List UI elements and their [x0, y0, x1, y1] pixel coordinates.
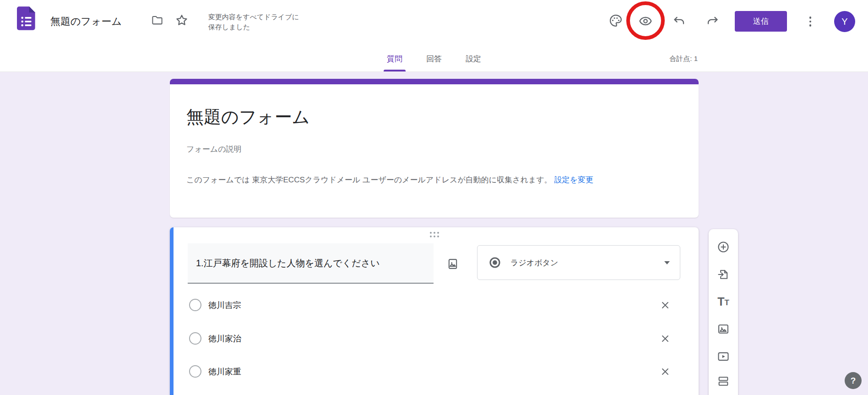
remove-option-icon[interactable] [658, 364, 673, 379]
app-header: 無題のフォーム 変更内容をすべてドライブに保存しました 送信 Y [0, 0, 868, 46]
preview-eye-icon[interactable] [639, 14, 652, 28]
option-label-input[interactable]: 徳川吉宗 [208, 300, 241, 311]
add-image-to-question-icon[interactable] [444, 255, 462, 273]
option-row: 徳川家治 [170, 326, 699, 351]
add-question-icon[interactable] [717, 241, 730, 253]
email-collection-notice: このフォームでは 東京大学ECCSクラウドメール ユーザーのメールアドレスが自動… [186, 173, 665, 187]
option-radio-icon [189, 332, 201, 345]
undo-icon[interactable] [672, 14, 686, 28]
help-icon[interactable]: ? [845, 372, 862, 389]
add-title-text-icon[interactable]: TT [717, 295, 730, 308]
dropdown-caret-icon [664, 261, 670, 264]
side-toolbar: TT [709, 229, 738, 395]
tab-bar: 質問 回答 設定 合計点: 1 [0, 46, 868, 72]
option-row: 徳川家重 [170, 359, 699, 384]
radio-button-type-icon [488, 256, 501, 269]
form-title-card: 無題のフォーム フォームの説明 このフォームでは 東京大学ECCSクラウドメール… [170, 79, 699, 218]
add-video-icon[interactable] [717, 350, 730, 363]
question-type-value: ラジオボタン [510, 258, 558, 268]
active-tab-underline [384, 70, 406, 71]
drag-handle-icon[interactable] [430, 232, 439, 237]
option-radio-icon [189, 365, 201, 378]
google-forms-logo-icon[interactable] [14, 5, 39, 31]
save-status-text[interactable]: 変更内容をすべてドライブに保存しました [208, 12, 303, 32]
form-theme-color-bar [170, 79, 699, 84]
option-label-input[interactable]: 徳川家重 [208, 366, 241, 377]
tab-questions[interactable]: 質問 [385, 46, 404, 71]
remove-option-icon[interactable] [658, 331, 673, 346]
add-image-icon[interactable] [717, 323, 730, 335]
total-points-label: 合計点: 1 [669, 55, 698, 63]
remove-option-icon[interactable] [658, 298, 673, 313]
tab-questions-label: 質問 [387, 54, 402, 64]
option-label-input[interactable]: 徳川家治 [208, 333, 241, 344]
tab-settings-label: 設定 [466, 54, 481, 64]
more-options-icon[interactable] [807, 14, 814, 29]
question-type-dropdown[interactable]: ラジオボタン [477, 245, 680, 280]
send-button[interactable]: 送信 [735, 11, 787, 32]
document-title[interactable]: 無題のフォーム [50, 15, 122, 28]
tab-responses-label: 回答 [426, 54, 442, 64]
account-avatar[interactable]: Y [834, 11, 855, 32]
theme-palette-icon[interactable] [609, 14, 623, 27]
option-row: 徳川吉宗 [170, 292, 699, 318]
change-settings-link[interactable]: 設定を変更 [554, 176, 593, 184]
question-text-input[interactable]: 1.江戸幕府を開設した人物を選んでください [188, 243, 434, 284]
star-icon[interactable] [175, 13, 189, 27]
option-radio-icon [189, 299, 201, 311]
tab-settings[interactable]: 設定 [464, 46, 483, 71]
form-title-field[interactable]: 無題のフォーム [186, 105, 310, 129]
redo-icon[interactable] [706, 14, 720, 28]
question-card: 1.江戸幕府を開設した人物を選んでください ラジオボタン 徳川吉宗 徳川家治 徳… [170, 227, 699, 395]
email-notice-text: このフォームでは 東京大学ECCSクラウドメール ユーザーのメールアドレスが自動… [186, 176, 554, 184]
form-description-field[interactable]: フォームの説明 [186, 144, 242, 154]
add-section-icon[interactable] [717, 375, 730, 388]
tab-responses[interactable]: 回答 [424, 46, 444, 71]
move-to-folder-icon[interactable] [151, 14, 163, 27]
import-questions-icon[interactable] [717, 268, 730, 281]
